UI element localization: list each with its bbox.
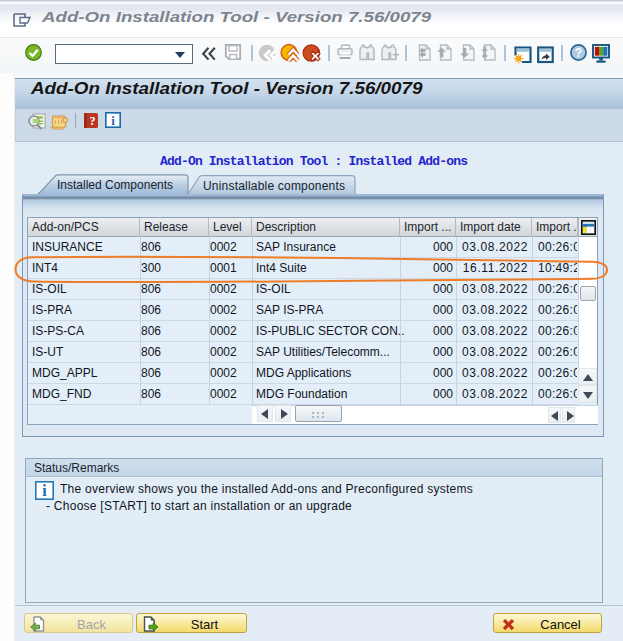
svg-text:?: ? — [90, 114, 96, 128]
svg-text:i: i — [111, 113, 115, 128]
svg-text:?: ? — [575, 46, 582, 60]
svg-text:i: i — [42, 482, 47, 499]
